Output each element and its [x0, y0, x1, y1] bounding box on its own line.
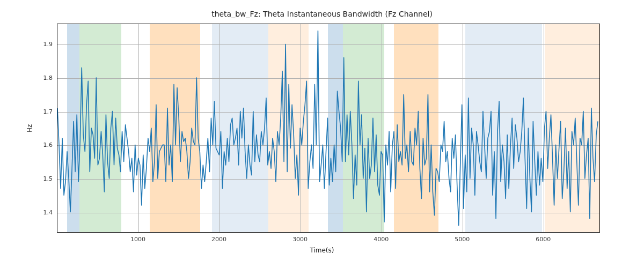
figure: theta_bw_Fz: Theta Instantaneous Bandwid… [0, 0, 644, 268]
x-tick-label: 1000 [130, 236, 145, 243]
x-tick-label: 5000 [455, 236, 470, 243]
chart-title: theta_bw_Fz: Theta Instantaneous Bandwid… [0, 10, 644, 18]
series-path [57, 31, 598, 226]
y-tick-label: 1.9 [31, 40, 53, 47]
y-tick-label: 1.7 [31, 108, 53, 115]
y-axis-label: Hz [26, 24, 33, 233]
x-tick-label: 2000 [211, 236, 226, 243]
y-tick-label: 1.6 [31, 142, 53, 148]
x-tick-label: 3000 [292, 236, 308, 243]
x-axis-label: Time(s) [0, 247, 644, 254]
x-tick-label: 4000 [374, 236, 389, 243]
series-line [57, 24, 599, 232]
plot-area [57, 24, 600, 233]
y-tick-label: 1.4 [31, 209, 53, 216]
x-tick-label: 6000 [536, 236, 551, 243]
y-tick-label: 1.8 [31, 74, 53, 81]
y-tick-label: 1.5 [31, 175, 53, 182]
